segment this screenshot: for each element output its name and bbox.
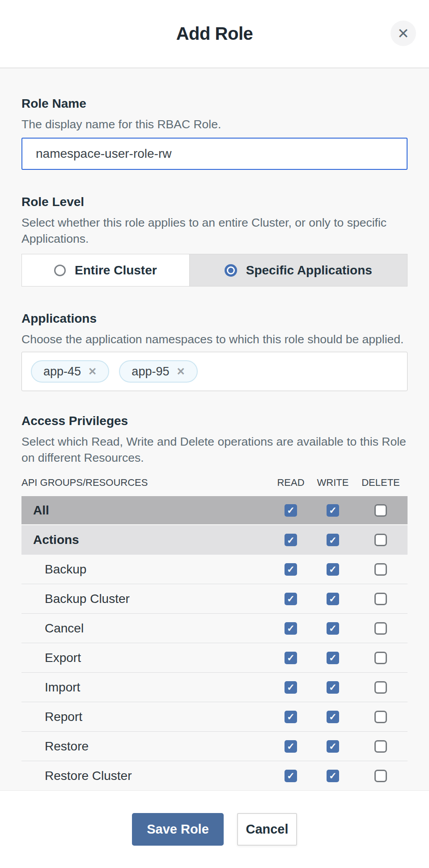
- option-specific-applications-label: Specific Applications: [246, 263, 372, 278]
- write-checkbox-checked[interactable]: ✓: [327, 740, 339, 753]
- privileges-table: All✓✓Actions✓✓Backup✓✓Backup Cluster✓✓Ca…: [21, 496, 408, 790]
- row-resource-name: Backup Cluster: [21, 592, 270, 606]
- close-button[interactable]: ✕: [391, 21, 416, 46]
- table-row: Actions✓✓: [21, 525, 408, 555]
- role-name-label: Role Name: [21, 96, 408, 111]
- option-entire-cluster[interactable]: Entire Cluster: [22, 254, 189, 286]
- table-row: Export✓✓: [21, 643, 408, 673]
- header-write: WRITE: [317, 477, 349, 489]
- write-checkbox-checked[interactable]: ✓: [327, 622, 339, 635]
- tag-remove-icon[interactable]: ✕: [176, 367, 185, 377]
- write-checkbox-checked[interactable]: ✓: [327, 593, 339, 605]
- write-checkbox-checked[interactable]: ✓: [327, 563, 339, 576]
- role-level-segmented-control: Entire Cluster Specific Applications: [21, 254, 408, 287]
- read-checkbox-checked[interactable]: ✓: [285, 504, 297, 517]
- delete-checkbox-unchecked[interactable]: [374, 711, 387, 723]
- role-level-label: Role Level: [21, 194, 408, 209]
- table-row: Report✓✓: [21, 702, 408, 732]
- write-checkbox-checked[interactable]: ✓: [327, 681, 339, 694]
- write-checkbox-checked[interactable]: ✓: [327, 504, 339, 517]
- read-checkbox-checked[interactable]: ✓: [285, 563, 297, 576]
- applications-tag-input[interactable]: app-45✕app-95✕: [21, 352, 408, 391]
- row-resource-name: Actions: [21, 533, 270, 547]
- delete-checkbox-unchecked[interactable]: [374, 593, 387, 605]
- delete-checkbox-unchecked[interactable]: [374, 770, 387, 782]
- read-checkbox-checked[interactable]: ✓: [285, 681, 297, 694]
- application-tag-label: app-95: [132, 365, 169, 379]
- role-name-input[interactable]: [21, 138, 408, 170]
- delete-checkbox-unchecked[interactable]: [374, 504, 387, 517]
- table-row: Restore Cluster✓✓: [21, 761, 408, 790]
- modal-body[interactable]: Role Name The display name for this RBAC…: [0, 68, 429, 790]
- delete-checkbox-unchecked[interactable]: [374, 622, 387, 635]
- add-role-modal: Add Role ✕ Role Name The display name fo…: [0, 0, 429, 868]
- read-checkbox-checked[interactable]: ✓: [285, 711, 297, 723]
- row-resource-name: All: [21, 503, 270, 518]
- radio-dot: [228, 268, 234, 273]
- modal-title: Add Role: [176, 24, 253, 44]
- row-resource-name: Cancel: [21, 621, 270, 636]
- row-resource-name: Restore: [21, 739, 270, 754]
- header-read: READ: [277, 477, 304, 489]
- access-privileges-description: Select which Read, Write and Delete oper…: [21, 434, 408, 466]
- application-tag: app-45✕: [31, 360, 109, 383]
- close-icon: ✕: [397, 26, 409, 41]
- option-entire-cluster-label: Entire Cluster: [75, 263, 157, 278]
- row-resource-name: Export: [21, 651, 270, 665]
- write-checkbox-checked[interactable]: ✓: [327, 770, 339, 782]
- tag-remove-icon[interactable]: ✕: [88, 367, 97, 377]
- delete-checkbox-unchecked[interactable]: [374, 534, 387, 546]
- header-api-groups-resources: API GROUPS/RESOURCES: [21, 477, 148, 489]
- delete-checkbox-unchecked[interactable]: [374, 740, 387, 753]
- table-row: All✓✓: [21, 496, 408, 524]
- table-row: Restore✓✓: [21, 732, 408, 761]
- role-level-description: Select whether this role applies to an e…: [21, 215, 408, 247]
- option-specific-applications[interactable]: Specific Applications: [189, 254, 407, 286]
- row-resource-name: Import: [21, 680, 270, 695]
- read-checkbox-checked[interactable]: ✓: [285, 770, 297, 782]
- cancel-button[interactable]: Cancel: [237, 813, 297, 846]
- write-checkbox-checked[interactable]: ✓: [327, 711, 339, 723]
- radio-selected-icon: [225, 264, 237, 277]
- save-role-button[interactable]: Save Role: [132, 813, 224, 846]
- role-name-description: The display name for this RBAC Role.: [21, 116, 408, 132]
- applications-description: Choose the application namespaces to whi…: [21, 331, 408, 347]
- delete-checkbox-unchecked[interactable]: [374, 652, 387, 664]
- table-row: Import✓✓: [21, 673, 408, 702]
- read-checkbox-checked[interactable]: ✓: [285, 593, 297, 605]
- table-row: Cancel✓✓: [21, 614, 408, 643]
- write-checkbox-checked[interactable]: ✓: [327, 652, 339, 664]
- access-privileges-label: Access Privileges: [21, 413, 408, 428]
- row-resource-name: Backup: [21, 562, 270, 577]
- row-resource-name: Report: [21, 710, 270, 724]
- application-tag: app-95✕: [119, 360, 197, 383]
- modal-header: Add Role ✕: [0, 0, 429, 68]
- delete-checkbox-unchecked[interactable]: [374, 681, 387, 694]
- read-checkbox-checked[interactable]: ✓: [285, 622, 297, 635]
- read-checkbox-checked[interactable]: ✓: [285, 534, 297, 546]
- radio-unselected-icon: [54, 265, 66, 276]
- modal-footer: Save Role Cancel: [0, 790, 429, 868]
- read-checkbox-checked[interactable]: ✓: [285, 652, 297, 664]
- privileges-table-header: API GROUPS/RESOURCES READ WRITE DELETE: [21, 474, 408, 492]
- row-resource-name: Restore Cluster: [21, 769, 270, 783]
- header-delete: DELETE: [361, 477, 400, 489]
- table-row: Backup Cluster✓✓: [21, 584, 408, 614]
- application-tag-label: app-45: [43, 365, 81, 379]
- delete-checkbox-unchecked[interactable]: [374, 563, 387, 576]
- table-row: Backup✓✓: [21, 555, 408, 584]
- read-checkbox-checked[interactable]: ✓: [285, 740, 297, 753]
- write-checkbox-checked[interactable]: ✓: [327, 534, 339, 546]
- applications-label: Applications: [21, 311, 408, 326]
